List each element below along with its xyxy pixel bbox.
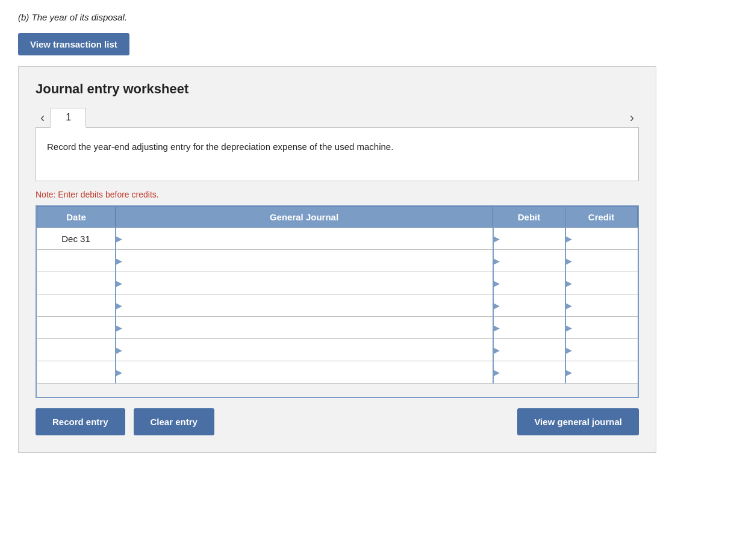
table-row: ▶▶▶ [37, 361, 638, 384]
date-cell-0: Dec 31 [37, 228, 116, 250]
debit-cell-6[interactable]: ▶ [493, 361, 565, 384]
journal-table: Date General Journal Debit Credit Dec 31… [37, 207, 638, 384]
journal-cell-1[interactable]: ▶ [116, 250, 493, 272]
credit-cell-4[interactable]: ▶ [565, 317, 638, 339]
debit-cell-4[interactable]: ▶ [493, 317, 565, 339]
view-general-journal-button[interactable]: View general journal [517, 408, 639, 435]
journal-table-wrapper: Date General Journal Debit Credit Dec 31… [36, 205, 639, 398]
tab-navigation: ‹ 1 › [36, 108, 639, 128]
credit-input-1[interactable] [566, 250, 638, 272]
worksheet-container: Journal entry worksheet ‹ 1 › Record the… [18, 66, 656, 453]
table-row: Dec 31▶▶▶ [37, 228, 638, 250]
record-entry-button[interactable]: Record entry [36, 408, 125, 435]
credit-cell-2[interactable]: ▶ [565, 272, 638, 294]
debit-cell-0[interactable]: ▶ [493, 228, 565, 250]
table-row: ▶▶▶ [37, 294, 638, 317]
credit-cell-6[interactable]: ▶ [565, 361, 638, 384]
journal-cell-5[interactable]: ▶ [116, 339, 493, 361]
description-box: Record the year-end adjusting entry for … [36, 127, 639, 181]
table-row: ▶▶▶ [37, 250, 638, 272]
credit-input-3[interactable] [566, 294, 638, 316]
debit-input-6[interactable] [494, 361, 565, 383]
journal-input-6[interactable] [116, 361, 493, 383]
journal-input-2[interactable] [116, 272, 493, 294]
credit-cell-1[interactable]: ▶ [565, 250, 638, 272]
journal-cell-6[interactable]: ▶ [116, 361, 493, 384]
table-row: ▶▶▶ [37, 272, 638, 294]
col-header-date: Date [37, 207, 116, 228]
credit-input-0[interactable] [566, 228, 638, 249]
table-row: ▶▶▶ [37, 339, 638, 361]
prev-tab-button[interactable]: ‹ [36, 111, 49, 125]
debit-cell-2[interactable]: ▶ [493, 272, 565, 294]
worksheet-title: Journal entry worksheet [36, 81, 639, 97]
credit-input-2[interactable] [566, 272, 638, 294]
date-cell-2 [37, 272, 116, 294]
date-cell-6 [37, 361, 116, 384]
debit-cell-3[interactable]: ▶ [493, 294, 565, 317]
journal-cell-2[interactable]: ▶ [116, 272, 493, 294]
note-text: Note: Enter debits before credits. [36, 190, 639, 199]
debit-input-3[interactable] [494, 294, 565, 316]
col-header-journal: General Journal [116, 207, 493, 228]
journal-input-1[interactable] [116, 250, 493, 272]
debit-input-1[interactable] [494, 250, 565, 272]
col-header-debit: Debit [493, 207, 565, 228]
date-cell-4 [37, 317, 116, 339]
action-buttons-row: Record entry Clear entry View general jo… [36, 408, 639, 435]
debit-cell-5[interactable]: ▶ [493, 339, 565, 361]
date-cell-5 [37, 339, 116, 361]
journal-input-5[interactable] [116, 339, 493, 361]
credit-cell-0[interactable]: ▶ [565, 228, 638, 250]
table-row: ▶▶▶ [37, 317, 638, 339]
view-transaction-button[interactable]: View transaction list [18, 33, 129, 55]
date-cell-1 [37, 250, 116, 272]
col-header-credit: Credit [565, 207, 638, 228]
debit-cell-1[interactable]: ▶ [493, 250, 565, 272]
clear-entry-button[interactable]: Clear entry [134, 408, 214, 435]
credit-input-5[interactable] [566, 339, 638, 361]
journal-cell-0[interactable]: ▶ [116, 228, 493, 250]
debit-input-4[interactable] [494, 317, 565, 338]
credit-input-4[interactable] [566, 317, 638, 338]
date-cell-3 [37, 294, 116, 317]
credit-cell-3[interactable]: ▶ [565, 294, 638, 317]
journal-input-4[interactable] [116, 317, 493, 338]
debit-input-2[interactable] [494, 272, 565, 294]
next-tab-button[interactable]: › [625, 111, 639, 125]
tab-1[interactable]: 1 [51, 108, 86, 128]
journal-input-0[interactable] [116, 228, 493, 249]
debit-input-0[interactable] [494, 228, 565, 249]
debit-input-5[interactable] [494, 339, 565, 361]
page-intro: (b) The year of its disposal. [18, 12, 713, 22]
journal-input-3[interactable] [116, 294, 493, 316]
credit-input-6[interactable] [566, 361, 638, 383]
credit-cell-5[interactable]: ▶ [565, 339, 638, 361]
journal-cell-4[interactable]: ▶ [116, 317, 493, 339]
journal-cell-3[interactable]: ▶ [116, 294, 493, 317]
